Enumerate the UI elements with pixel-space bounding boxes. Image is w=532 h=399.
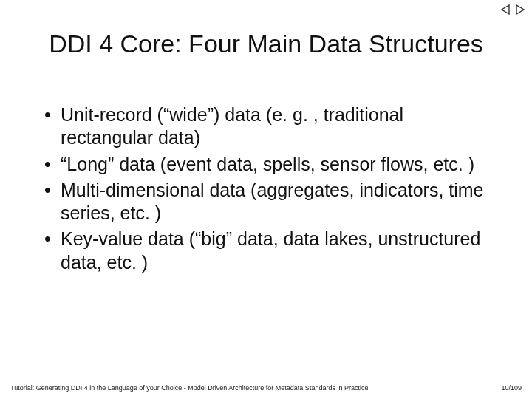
list-item: Multi-dimensional data (aggregates, indi… [44, 179, 495, 225]
slide-title: DDI 4 Core: Four Main Data Structures [0, 30, 532, 58]
svg-marker-0 [502, 5, 509, 14]
footer-text: Tutorial: Generating DDI 4 in the Langua… [10, 384, 368, 392]
prev-slide-icon[interactable] [501, 4, 511, 15]
list-item: Key-value data (“big” data, data lakes, … [44, 228, 495, 274]
slide-footer: Tutorial: Generating DDI 4 in the Langua… [10, 384, 522, 392]
list-item: “Long” data (event data, spells, sensor … [44, 153, 495, 176]
bullet-list: Unit-record (“wide”) data (e. g. , tradi… [44, 103, 495, 277]
page-number: 10/109 [501, 384, 522, 392]
next-slide-icon[interactable] [514, 4, 525, 15]
list-item: Unit-record (“wide”) data (e. g. , tradi… [44, 103, 495, 150]
nav-controls [501, 4, 525, 15]
svg-marker-1 [516, 5, 524, 14]
